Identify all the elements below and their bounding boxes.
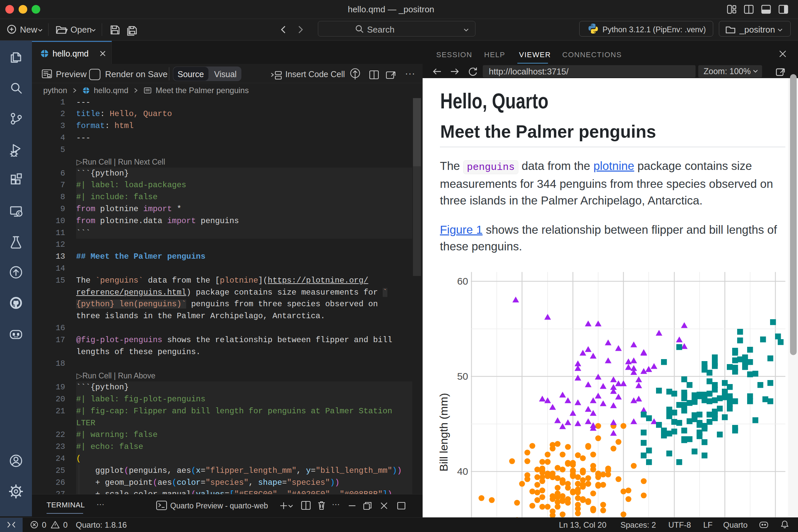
svg-text:40: 40 <box>457 466 468 477</box>
svg-text:60: 60 <box>457 276 468 287</box>
svg-text:50: 50 <box>457 371 468 382</box>
svg-text:Bill length (mm): Bill length (mm) <box>437 393 450 472</box>
